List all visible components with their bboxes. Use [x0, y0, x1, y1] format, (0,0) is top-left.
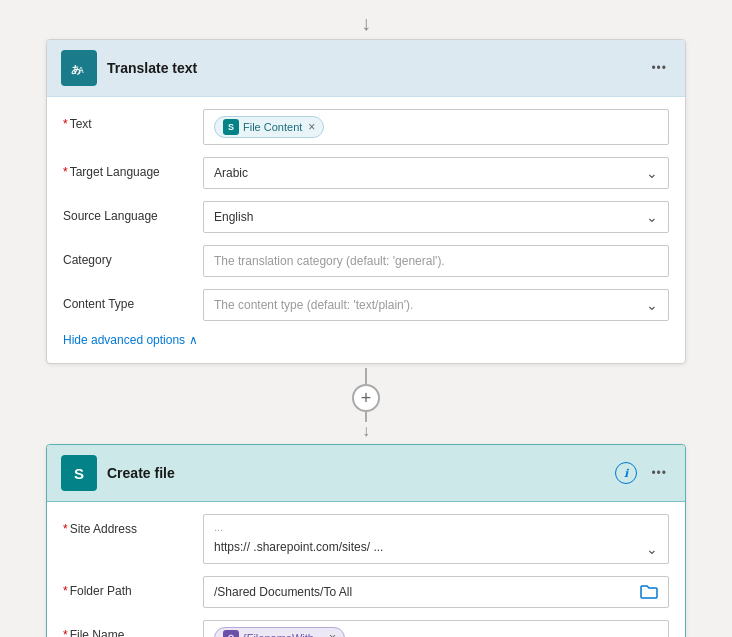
sharepoint-icon: S — [61, 455, 97, 491]
target-language-control[interactable]: Arabic ⌄ — [203, 157, 669, 189]
translate-icon: あ A — [61, 50, 97, 86]
folder-path-label: *Folder Path — [63, 576, 193, 598]
translate-card-header: あ A Translate text ••• — [47, 40, 685, 97]
target-language-value: Arabic — [204, 160, 636, 186]
file-content-chip-label: File Content — [243, 121, 302, 133]
add-step-button[interactable]: + — [352, 384, 380, 412]
target-language-row: *Target Language Arabic ⌄ — [63, 157, 669, 189]
site-address-control[interactable]: ... https:// .sharepoint.com/sites/ ... … — [203, 514, 669, 564]
file-content-chip-close[interactable]: × — [308, 121, 315, 133]
source-language-chevron[interactable]: ⌄ — [636, 203, 668, 231]
folder-path-row: *Folder Path /Shared Documents/To All — [63, 576, 669, 608]
filename-chip-close[interactable]: × — [329, 632, 336, 637]
site-address-input[interactable]: ... https:// .sharepoint.com/sites/ ... … — [203, 514, 669, 564]
source-language-dropdown[interactable]: English ⌄ — [203, 201, 669, 233]
target-language-chevron[interactable]: ⌄ — [636, 159, 668, 187]
folder-path-control[interactable]: /Shared Documents/To All — [203, 576, 669, 608]
more-icon: ••• — [651, 466, 667, 480]
text-input-box[interactable]: S File Content × — [203, 109, 669, 145]
hide-advanced-chevron: ∧ — [189, 333, 198, 347]
hide-advanced-row: Hide advanced options ∧ — [63, 333, 669, 347]
source-language-label: Source Language — [63, 201, 193, 223]
target-language-label: *Target Language — [63, 157, 193, 179]
folder-path-value: /Shared Documents/To All — [204, 579, 630, 605]
create-file-card: S Create file ℹ ••• *Site Address ... ht… — [46, 444, 686, 637]
content-type-label: Content Type — [63, 289, 193, 311]
file-content-chip-icon: S — [223, 119, 239, 135]
folder-browse-button[interactable] — [630, 578, 668, 606]
source-language-control[interactable]: English ⌄ — [203, 201, 669, 233]
filename-chip[interactable]: ⚙ {FilenameWith... × — [214, 627, 345, 637]
file-content-chip[interactable]: S File Content × — [214, 116, 324, 138]
connector-line-bottom — [365, 412, 367, 422]
create-card-title: Create file — [107, 465, 605, 481]
category-label: Category — [63, 245, 193, 267]
svg-text:A: A — [78, 66, 84, 75]
content-type-row: Content Type The content type (default: … — [63, 289, 669, 321]
source-language-value: English — [204, 204, 636, 230]
folder-path-input[interactable]: /Shared Documents/To All — [203, 576, 669, 608]
translate-card-body: *Text S File Content × *Target Language — [47, 97, 685, 363]
text-input-control[interactable]: S File Content × — [203, 109, 669, 145]
category-placeholder: The translation category (default: 'gene… — [214, 254, 445, 268]
top-connector-arrow: ↓ — [361, 12, 371, 35]
translate-text-card: あ A Translate text ••• *Text S File Cont… — [46, 39, 686, 364]
file-name-input[interactable]: ⚙ {FilenameWith... × — [203, 620, 669, 637]
file-name-control[interactable]: ⚙ {FilenameWith... × — [203, 620, 669, 637]
filename-chip-label: {FilenameWith... — [243, 632, 323, 637]
folder-open-icon — [640, 584, 658, 600]
create-card-header: S Create file ℹ ••• — [47, 445, 685, 502]
plus-icon: + — [361, 388, 372, 409]
step-arrow: ↓ — [362, 422, 370, 440]
translate-more-button[interactable]: ••• — [647, 59, 671, 77]
site-address-top-text: ... — [204, 515, 668, 535]
translate-card-title: Translate text — [107, 60, 637, 76]
create-info-button[interactable]: ℹ — [615, 462, 637, 484]
content-type-dropdown[interactable]: The content type (default: 'text/plain')… — [203, 289, 669, 321]
file-name-label: *File Name — [63, 620, 193, 637]
site-address-chevron[interactable]: ⌄ — [636, 535, 668, 563]
content-type-placeholder: The content type (default: 'text/plain')… — [204, 292, 636, 318]
text-label: *Text — [63, 109, 193, 131]
content-type-control[interactable]: The content type (default: 'text/plain')… — [203, 289, 669, 321]
translate-card-actions: ••• — [647, 59, 671, 77]
add-step-connector: + ↓ — [352, 368, 380, 440]
category-input[interactable]: The translation category (default: 'gene… — [203, 245, 669, 277]
hide-advanced-label: Hide advanced options — [63, 333, 185, 347]
info-icon: ℹ — [624, 467, 628, 480]
create-card-body: *Site Address ... https:// .sharepoint.c… — [47, 502, 685, 637]
category-control[interactable]: The translation category (default: 'gene… — [203, 245, 669, 277]
site-address-value: https:// .sharepoint.com/sites/ ... — [204, 538, 636, 560]
create-more-button[interactable]: ••• — [647, 464, 671, 482]
content-type-chevron[interactable]: ⌄ — [636, 291, 668, 319]
hide-advanced-link[interactable]: Hide advanced options ∧ — [63, 333, 669, 347]
connector-line-top — [365, 368, 367, 384]
source-language-row: Source Language English ⌄ — [63, 201, 669, 233]
category-row: Category The translation category (defau… — [63, 245, 669, 277]
file-name-row: *File Name ⚙ {FilenameWith... × — [63, 620, 669, 637]
site-address-bottom: https:// .sharepoint.com/sites/ ... ⌄ — [204, 535, 668, 563]
target-language-dropdown[interactable]: Arabic ⌄ — [203, 157, 669, 189]
site-address-row: *Site Address ... https:// .sharepoint.c… — [63, 514, 669, 564]
text-field-row: *Text S File Content × — [63, 109, 669, 145]
filename-chip-icon: ⚙ — [223, 630, 239, 637]
site-address-label: *Site Address — [63, 514, 193, 536]
create-card-actions: ℹ ••• — [615, 462, 671, 484]
